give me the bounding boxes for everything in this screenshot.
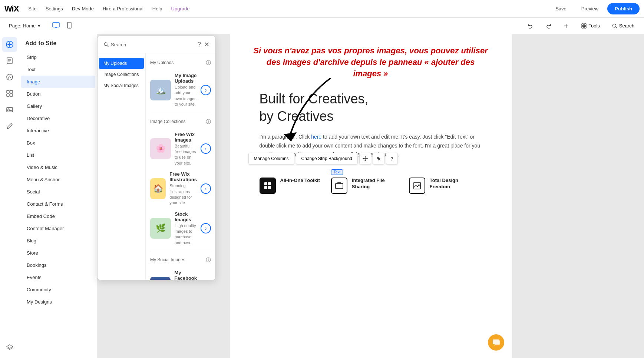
my-image-uploads-info: My Image Uploads Upload and add your own… bbox=[175, 73, 197, 107]
svg-marker-39 bbox=[363, 158, 364, 159]
add-panel-list[interactable]: List bbox=[21, 149, 95, 161]
modal-sidebar: My Uploads Image Collections My Social I… bbox=[98, 53, 146, 280]
page-selector[interactable]: Page: Home ▾ bbox=[6, 21, 43, 30]
nav-upgrade[interactable]: Upgrade bbox=[168, 4, 194, 14]
preview-button[interactable]: Preview bbox=[575, 4, 604, 14]
modal-sidebar-my-social-images[interactable]: My Social Images bbox=[99, 80, 144, 91]
svg-marker-36 bbox=[284, 132, 297, 142]
nav-help[interactable]: Help bbox=[149, 4, 166, 14]
layers-icon[interactable] bbox=[2, 340, 17, 355]
search-button[interactable]: Search bbox=[608, 21, 638, 31]
modal-help-icon[interactable]: ? bbox=[197, 41, 201, 49]
mobile-view-button[interactable] bbox=[64, 20, 75, 32]
nav-settings[interactable]: Settings bbox=[42, 4, 67, 14]
add-panel-strip[interactable]: Strip bbox=[21, 51, 95, 63]
free-wix-illustrations-thumb: 🏠 bbox=[150, 178, 166, 199]
svg-rect-46 bbox=[336, 183, 343, 189]
nav-hire[interactable]: Hire a Professional bbox=[99, 4, 147, 14]
desktop-view-button[interactable] bbox=[49, 20, 63, 32]
second-navigation: Page: Home ▾ Tools Search bbox=[0, 18, 644, 34]
help-icon-button[interactable]: ? bbox=[386, 153, 398, 165]
total-design-freedom-text: Total Design Freedom bbox=[430, 178, 476, 190]
add-panel-interactive[interactable]: Interactive bbox=[21, 125, 95, 137]
svg-rect-22 bbox=[7, 107, 13, 112]
left-sidebar bbox=[0, 34, 19, 358]
apps-icon[interactable] bbox=[2, 86, 17, 101]
resize-icon-button[interactable] bbox=[373, 153, 384, 165]
design-icon[interactable] bbox=[2, 70, 17, 84]
add-panel-store[interactable]: Store bbox=[21, 247, 95, 259]
my-social-images-info-icon[interactable] bbox=[206, 257, 211, 264]
add-panel-blog[interactable]: Blog bbox=[21, 235, 95, 247]
add-panel-image[interactable]: Image bbox=[21, 76, 95, 88]
pen-icon[interactable] bbox=[2, 119, 17, 133]
add-panel-text[interactable]: Text bbox=[21, 63, 95, 76]
tools-label: Tools bbox=[588, 23, 600, 29]
modal-sidebar-image-collections[interactable]: Image Collections bbox=[99, 69, 144, 80]
all-in-one-text: All-In-One Toolkit bbox=[280, 178, 320, 184]
media-icon[interactable] bbox=[2, 102, 17, 117]
image-collections-info-icon[interactable] bbox=[206, 119, 211, 126]
add-panel-my-designs[interactable]: My Designs bbox=[21, 296, 95, 308]
svg-rect-21 bbox=[10, 94, 13, 96]
save-button[interactable]: Save bbox=[549, 4, 572, 14]
total-design-freedom-icon bbox=[409, 178, 425, 194]
undo-button[interactable] bbox=[524, 21, 537, 31]
add-panel-embed-code[interactable]: Embed Code bbox=[21, 210, 95, 222]
wix-logo: WiX bbox=[4, 4, 19, 14]
free-wix-images-title: Free Wix Images bbox=[175, 132, 197, 143]
svg-rect-18 bbox=[7, 90, 9, 93]
nav-devmode[interactable]: Dev Mode bbox=[68, 4, 98, 14]
my-facebook-title: My Facebook bbox=[174, 270, 197, 280]
add-panel-title: Add to Site bbox=[19, 39, 97, 51]
add-panel-social[interactable]: Social bbox=[21, 186, 95, 198]
add-element-icon[interactable] bbox=[2, 37, 17, 52]
free-wix-images-desc: Beautiful free images to use on your sit… bbox=[175, 143, 197, 166]
add-panel-bookings[interactable]: Bookings bbox=[21, 259, 95, 271]
change-strip-background-button[interactable]: Change Strip Background bbox=[296, 153, 358, 165]
image-collections-section-title: Image Collections bbox=[150, 119, 185, 124]
free-wix-images-thumb: 🌸 bbox=[150, 138, 171, 159]
modal-body: My Uploads Image Collections My Social I… bbox=[98, 53, 215, 280]
add-panel-video[interactable]: Video & Music bbox=[21, 161, 95, 173]
modal-search-button[interactable]: Search bbox=[103, 42, 126, 47]
add-panel-events[interactable]: Events bbox=[21, 271, 95, 284]
stock-images-item: 🌿 Stock Images High quality images to pu… bbox=[150, 211, 211, 246]
svg-rect-42 bbox=[264, 182, 267, 185]
image-collections-section-header: Image Collections bbox=[150, 117, 211, 128]
move-icon-button[interactable] bbox=[359, 153, 371, 165]
svg-point-28 bbox=[208, 61, 208, 62]
zoom-button[interactable] bbox=[559, 21, 573, 31]
add-panel-button[interactable]: Button bbox=[21, 88, 95, 100]
my-uploads-info-icon[interactable] bbox=[206, 60, 211, 67]
stock-images-info: Stock Images High quality images to purc… bbox=[175, 211, 197, 246]
free-wix-images-arrow[interactable]: › bbox=[201, 143, 211, 154]
tools-button[interactable]: Tools bbox=[577, 21, 603, 31]
svg-rect-7 bbox=[584, 26, 586, 28]
publish-button[interactable]: Publish bbox=[607, 3, 640, 14]
modal-close-button[interactable]: ✕ bbox=[204, 40, 209, 49]
add-panel-box[interactable]: Box bbox=[21, 137, 95, 149]
add-panel-contact-forms[interactable]: Contact & Forms bbox=[21, 198, 95, 210]
add-panel-gallery[interactable]: Gallery bbox=[21, 100, 95, 112]
my-facebook-thumb: f bbox=[150, 277, 171, 280]
modal-content-area: My Uploads 🏔️ My Image Uploads Upload an… bbox=[146, 53, 215, 280]
my-image-uploads-arrow[interactable]: › bbox=[201, 85, 211, 95]
add-panel-community[interactable]: Community bbox=[21, 284, 95, 296]
nav-site[interactable]: Site bbox=[24, 4, 40, 14]
modal-sidebar-my-uploads[interactable]: My Uploads bbox=[99, 58, 144, 69]
add-panel-menu-anchor[interactable]: Menu & Anchor bbox=[21, 173, 95, 186]
redo-button[interactable] bbox=[542, 21, 555, 31]
manage-columns-button[interactable]: Manage Columns bbox=[248, 153, 294, 165]
integrated-file-sharing-text: Integrated File Sharing bbox=[352, 178, 398, 190]
add-panel-decorative[interactable]: Decorative bbox=[21, 112, 95, 125]
free-wix-illustrations-arrow[interactable]: › bbox=[201, 183, 211, 194]
free-wix-images-item: 🌸 Free Wix Images Beautiful free images … bbox=[150, 132, 211, 166]
my-image-uploads-item: 🏔️ My Image Uploads Upload and add your … bbox=[150, 73, 211, 107]
pages-icon[interactable] bbox=[2, 53, 17, 68]
svg-rect-0 bbox=[53, 23, 59, 27]
add-panel-content-manager[interactable]: Content Manager bbox=[21, 222, 95, 235]
svg-rect-45 bbox=[268, 186, 271, 189]
chat-bubble-button[interactable] bbox=[488, 334, 504, 351]
stock-images-arrow[interactable]: › bbox=[201, 223, 211, 233]
